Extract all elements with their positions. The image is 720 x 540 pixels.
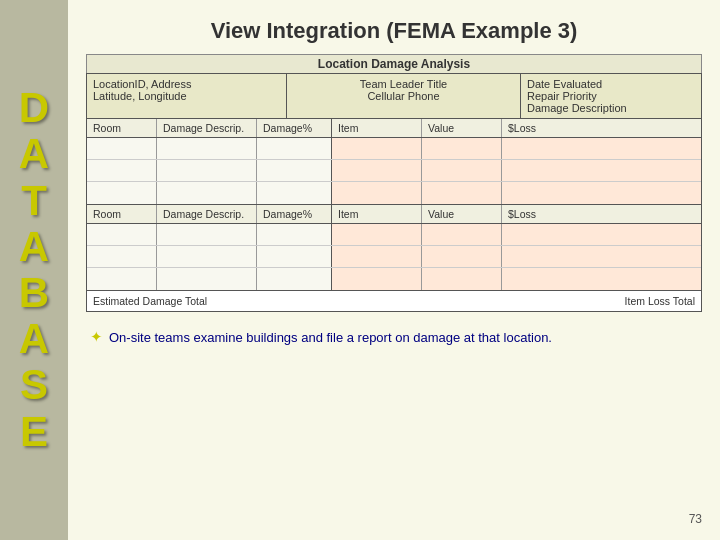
section1-sub-header: Room Damage Descrip. Damage% Item Value … — [87, 119, 701, 138]
s2-room-header: Room — [87, 205, 157, 223]
s2-row2-room — [87, 246, 157, 267]
table-title-bar: Location Damage Analysis — [86, 54, 702, 73]
table-row — [87, 224, 701, 246]
table-row — [87, 268, 701, 290]
header-middle: Team Leader Title Cellular Phone — [287, 74, 521, 118]
s1-value-header: Value — [422, 119, 502, 137]
item-loss-total-label: Item Loss Total — [625, 295, 695, 307]
main-content: View Integration (FEMA Example 3) Locati… — [68, 0, 720, 540]
sidebar-letter-b: B — [19, 270, 49, 316]
s2-row3-pct — [257, 268, 332, 290]
s1-row3-item — [332, 182, 422, 204]
s1-row1-value — [422, 138, 502, 159]
header-right-line1: Date Evaluated — [527, 78, 695, 90]
s1-row2-room — [87, 160, 157, 181]
header-right-line3: Damage Description — [527, 102, 695, 114]
sidebar-letter-a2: A — [19, 224, 49, 270]
sidebar-letter-a1: A — [19, 131, 49, 177]
estimated-damage-label: Estimated Damage Total — [93, 295, 207, 307]
s2-row3-item — [332, 268, 422, 290]
sidebar-letter-e: E — [20, 409, 48, 455]
table-row — [87, 182, 701, 204]
s1-row3-value — [422, 182, 502, 204]
s1-row2-damage — [157, 160, 257, 181]
s2-row1-value — [422, 224, 502, 245]
table-header-row: LocationID, Address Latitude, Longitude … — [87, 74, 701, 119]
s1-pct-header: Damage% — [257, 119, 332, 137]
header-left-line1: LocationID, Address — [93, 78, 280, 90]
s1-row1-pct — [257, 138, 332, 159]
s1-row1-room — [87, 138, 157, 159]
s2-loss-header: $Loss — [502, 205, 701, 223]
page-title: View Integration (FEMA Example 3) — [86, 18, 702, 44]
s1-row3-room — [87, 182, 157, 204]
s1-item-header: Item — [332, 119, 422, 137]
s2-row1-pct — [257, 224, 332, 245]
table-row — [87, 246, 701, 268]
s2-row3-loss — [502, 268, 701, 290]
s2-row2-item — [332, 246, 422, 267]
s1-row2-value — [422, 160, 502, 181]
bullet-paragraph: ✦On-site teams examine buildings and fil… — [90, 326, 698, 349]
header-middle-line1: Team Leader Title — [293, 78, 514, 90]
s2-row2-loss — [502, 246, 701, 267]
sidebar: D A T A B A S E — [0, 0, 68, 540]
s2-row1-damage — [157, 224, 257, 245]
s1-row1-item — [332, 138, 422, 159]
s2-row2-pct — [257, 246, 332, 267]
s2-row1-room — [87, 224, 157, 245]
s2-row1-item — [332, 224, 422, 245]
s1-row2-item — [332, 160, 422, 181]
s2-row3-damage — [157, 268, 257, 290]
header-middle-line2: Cellular Phone — [293, 90, 514, 102]
page-number: 73 — [86, 506, 702, 526]
s1-row3-damage — [157, 182, 257, 204]
header-right-line2: Repair Priority — [527, 90, 695, 102]
table-footer: Estimated Damage Total Item Loss Total — [87, 291, 701, 311]
section2-sub-header: Room Damage Descrip. Damage% Item Value … — [87, 205, 701, 224]
bullet-section: ✦On-site teams examine buildings and fil… — [86, 326, 702, 349]
s1-loss-header: $Loss — [502, 119, 701, 137]
sidebar-letter-s: S — [20, 362, 48, 408]
s1-row3-pct — [257, 182, 332, 204]
table-outer: LocationID, Address Latitude, Longitude … — [86, 73, 702, 312]
s1-row1-loss — [502, 138, 701, 159]
sidebar-letter-a3: A — [19, 316, 49, 362]
s2-row1-loss — [502, 224, 701, 245]
s2-row3-room — [87, 268, 157, 290]
sidebar-letter-d: D — [19, 85, 49, 131]
header-right: Date Evaluated Repair Priority Damage De… — [521, 74, 701, 118]
header-left-line2: Latitude, Longitude — [93, 90, 280, 102]
bullet-text: On-site teams examine buildings and file… — [109, 330, 552, 345]
table-row — [87, 160, 701, 182]
s2-damage-header: Damage Descrip. — [157, 205, 257, 223]
s1-row1-damage — [157, 138, 257, 159]
table-row — [87, 138, 701, 160]
header-left: LocationID, Address Latitude, Longitude — [87, 74, 287, 118]
section1 — [87, 138, 701, 205]
s2-row3-value — [422, 268, 502, 290]
s1-damage-header: Damage Descrip. — [157, 119, 257, 137]
s1-row2-loss — [502, 160, 701, 181]
section2 — [87, 224, 701, 291]
s2-row2-value — [422, 246, 502, 267]
s2-pct-header: Damage% — [257, 205, 332, 223]
bullet-icon: ✦ — [90, 328, 103, 345]
s1-row2-pct — [257, 160, 332, 181]
table-center-title: Location Damage Analysis — [318, 57, 470, 71]
sidebar-letter-t: T — [21, 178, 47, 224]
s1-row3-loss — [502, 182, 701, 204]
s2-value-header: Value — [422, 205, 502, 223]
s2-item-header: Item — [332, 205, 422, 223]
s1-room-header: Room — [87, 119, 157, 137]
damage-table: Location Damage Analysis LocationID, Add… — [86, 54, 702, 312]
s2-row2-damage — [157, 246, 257, 267]
